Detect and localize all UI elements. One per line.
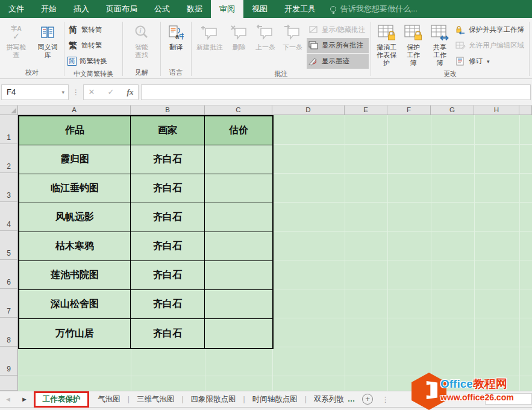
delete-comment-button[interactable]: 删除 [227,21,251,52]
protect-workbook-button[interactable]: 保护工作簿 [401,21,426,68]
column-header-f[interactable]: F [387,106,431,115]
group-label-changes: 更改 [371,69,529,78]
table-cell[interactable]: 齐白石 [131,290,205,319]
table-cell[interactable]: 齐白石 [131,232,205,261]
sheet-tab-overflow: … [345,395,358,403]
table-cell[interactable]: 深山松舍图 [19,290,131,319]
tab-data[interactable]: 数据 [178,0,211,18]
table-cell[interactable]: 霞归图 [19,145,131,174]
spell-check-icon: 字A ✓ [11,24,21,42]
sheet-tab-protect[interactable]: 工作表保护 [34,391,90,408]
column-header-g[interactable]: G [431,106,474,115]
table-cell[interactable] [205,145,272,174]
row-header-3[interactable]: 3 [0,173,18,202]
column-header-a[interactable]: A [18,106,131,115]
smart-lookup-button[interactable]: i 智能查找 [131,21,152,60]
table-cell[interactable]: 枯木寒鸦 [19,232,131,261]
thesaurus-icon [40,24,55,42]
allow-edit-ranges-button[interactable]: 允许用户编辑区域 [454,38,528,53]
column-header-d[interactable]: D [272,106,345,115]
show-hide-comment-button[interactable]: 显示/隐藏批注 [307,22,369,37]
table-cell[interactable]: 万竹山居 [19,319,131,348]
sheet-area[interactable]: 作品 画家 估价 霞归图 齐白石 临江垂钓图 齐白石 风帆远影 齐白石 枯木寒鸦… [18,115,532,391]
column-header-b[interactable]: B [131,106,205,115]
chevron-down-icon: ▾ [487,58,490,65]
row-headers: 1 2 3 4 5 6 7 8 9 [0,115,18,391]
row-header-1[interactable]: 1 [0,115,18,144]
tab-review[interactable]: 审阅 [211,0,243,18]
spell-check-button[interactable]: 字A ✓ 拼写检查 [1,21,31,60]
cancel-icon[interactable]: ✕ [86,87,97,96]
sheet-tab-3d-bubble[interactable]: 三维气泡图 [130,392,182,407]
row-header-2[interactable]: 2 [0,144,18,173]
row-header-4[interactable]: 4 [0,202,18,231]
insert-function-icon[interactable]: fx [125,87,136,97]
table-header-cell[interactable]: 作品 [19,116,131,145]
tab-view[interactable]: 视图 [243,0,276,18]
add-sheet-button[interactable]: + [362,394,373,405]
table-cell[interactable]: 齐白石 [131,174,205,203]
sheetbar-handle[interactable]: ⋮ [381,395,389,404]
share-workbook-button[interactable]: 共享工作簿 [427,21,452,68]
show-ink-button[interactable]: 显示墨迹 [307,54,369,69]
simplified-traditional-convert-button[interactable]: 简 简繁转换 [66,54,121,69]
column-header-e[interactable]: E [345,106,387,115]
traditional-to-simplified-button[interactable]: 简 繁转简 [66,22,121,37]
table-cell[interactable] [205,261,272,290]
simplified-to-traditional-button[interactable]: 繁 简转繁 [66,38,121,53]
table-cell[interactable]: 齐白石 [131,203,205,232]
chevron-down-icon[interactable]: ▾ [61,89,68,95]
track-changes-button[interactable]: 修订 ▾ [454,54,528,69]
formula-input[interactable] [141,84,531,100]
column-header-h[interactable]: H [474,106,519,115]
table-cell[interactable]: 齐白石 [131,261,205,290]
table-cell[interactable] [205,319,272,348]
sheet-tab-quadrant-scatter[interactable]: 四象限散点图 [184,392,243,407]
allow-edit-ranges-icon [455,41,466,50]
sheet-tab-timeline-scatter[interactable]: 时间轴散点图 [245,392,305,407]
sheet-nav-next-icon[interactable]: ► [16,396,33,403]
column-header-c[interactable]: C [205,106,272,115]
protect-share-workbook-button[interactable]: 保护并共享工作簿 [454,22,528,37]
row-header-6[interactable]: 6 [0,260,18,289]
new-comment-button[interactable]: 新建批注 [193,21,226,52]
table-cell[interactable]: 风帆远影 [19,203,131,232]
table-header-cell[interactable]: 估价 [205,116,272,145]
tab-home[interactable]: 开始 [33,0,65,18]
table-header-cell[interactable]: 画家 [131,116,205,145]
table-cell[interactable]: 莲池书院图 [19,261,131,290]
tell-me-box[interactable]: 告诉我您想要做什么... [330,0,418,18]
enter-icon[interactable]: ✓ [105,87,116,96]
tab-developer[interactable]: 开发工具 [276,0,324,18]
tab-file[interactable]: 文件 [0,0,33,18]
table-cell[interactable]: 临江垂钓图 [19,174,131,203]
row-header-7[interactable]: 7 [0,289,18,318]
thesaurus-button[interactable]: 同义词库 [33,21,63,60]
translate-button[interactable]: a中 翻译 [165,21,187,52]
row-header-5[interactable]: 5 [0,231,18,260]
table-cell[interactable]: 齐白石 [131,319,205,348]
table-cell[interactable] [205,203,272,232]
name-box[interactable]: F4 ▾ [1,84,69,100]
sheet-tab-bubble[interactable]: 气泡图 [90,392,128,407]
table-cell[interactable] [205,174,272,203]
tab-page-layout[interactable]: 页面布局 [98,0,146,18]
tab-formulas[interactable]: 公式 [146,0,178,18]
status-bar [0,407,532,410]
row-header-8[interactable]: 8 [0,318,18,347]
convert-icon: 简 [67,57,77,66]
next-comment-button[interactable]: 下一条 [280,21,305,52]
select-all-corner[interactable] [0,106,18,115]
row-header-9[interactable]: 9 [0,347,18,376]
show-all-comments-button[interactable]: 显示所有批注 [307,38,369,53]
group-label-language: 语言 [161,68,191,78]
table-cell[interactable]: 齐白石 [131,145,205,174]
sheet-nav-prev-icon[interactable]: ◄ [0,396,16,403]
sheet-tab-dual-series[interactable]: 双系列散 [307,392,345,407]
table-cell[interactable] [205,232,272,261]
table-cell[interactable] [205,290,272,319]
previous-comment-button[interactable]: 上一条 [252,21,278,52]
formula-bar-handle[interactable]: ⋮ [69,88,83,96]
unprotect-sheet-button[interactable]: 撤消工作表保护 [374,21,399,68]
tab-insert[interactable]: 插入 [65,0,98,18]
